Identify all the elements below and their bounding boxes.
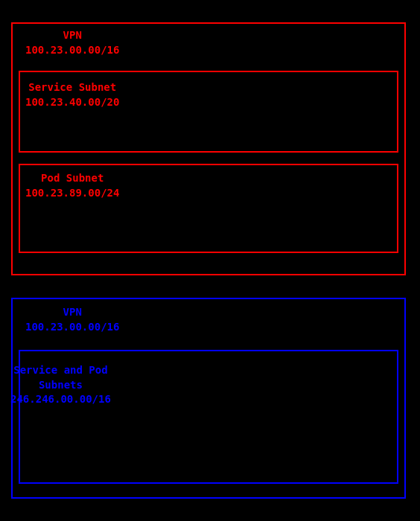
pod-subnet-label: Pod Subnet 100.23.89.00/24 [25, 171, 119, 200]
service-subnet-label: Service Subnet 100.23.40.00/20 [25, 80, 119, 109]
vpn-blue-label: VPN 100.23.00.00/16 [25, 305, 119, 334]
vpn-red-label: VPN 100.23.00.00/16 [25, 28, 119, 57]
service-pod-subnets-label: Service and Pod Subnets 246.246.00.00/16 [10, 363, 111, 407]
